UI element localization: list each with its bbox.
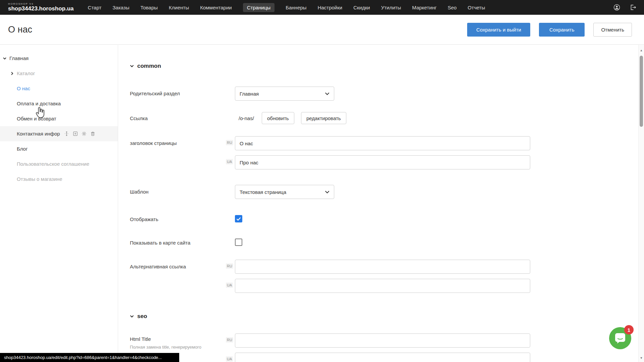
nav-settings[interactable]: Настройки [317,3,342,12]
check-icon [236,217,241,221]
display-checkbox[interactable] [235,215,242,222]
tree-item-label: О нас [17,86,30,91]
sitemap-checkbox[interactable] [235,239,242,246]
section-title: seo [137,313,147,320]
chevron-down-icon [3,56,7,60]
html-title-label: Html Title [130,336,151,342]
section-common[interactable]: common [130,63,161,69]
page-edit-form: common Родительский раздел Главная Ссылк… [118,45,638,362]
page-header: О нас Сохранить и выйти Сохранить Отмени… [0,15,644,45]
tree-item-label: Обмен и возврат [17,116,56,121]
nav-marketing[interactable]: Маркетинг [412,3,437,12]
section-title: common [137,63,161,69]
nav-products[interactable]: Товары [140,3,158,12]
lang-badge-ua: UA [226,159,233,164]
lang-badge-ru: RU [226,140,233,145]
logo-domain: shop34423.horoshop.ua [8,6,74,12]
nav-utilities[interactable]: Утилиты [381,3,401,12]
tree-item-label: Каталог [17,70,35,76]
link-edit-button[interactable]: редактировать [301,112,346,124]
tree-item-o-nas[interactable]: О нас [0,81,118,96]
nav-reports[interactable]: Отчеты [468,3,485,12]
page-heading-ru-input[interactable] [235,136,530,150]
display-label: Отображать [130,216,158,222]
pages-tree-sidebar: Главная Каталог О нас Оплата и доставка … [0,45,118,362]
topbar-actions [613,4,637,11]
status-bar-url: shop34423.horoshop.ua/edit/edit.php?id=6… [0,353,179,362]
html-title-ru-input[interactable] [235,333,530,348]
tree-item-katalog[interactable]: Каталог [0,66,118,81]
save-button[interactable]: Сохранить [539,23,585,37]
delete-trash-icon[interactable] [90,131,96,137]
top-navigation: Старт Заказы Товары Клиенты Комментарии … [88,3,485,12]
link-label: Ссылка [130,115,148,121]
tree-item-kontaktnaya[interactable]: Контактная инфор [0,126,118,141]
chevron-down-icon [130,65,134,67]
link-update-button[interactable]: обновить [262,112,294,124]
template-select[interactable]: Текстовая страница [235,185,334,199]
lang-badge-ru: RU [226,337,233,343]
move-icon[interactable] [64,131,69,137]
link-path-value: /o-nas/ [239,115,254,121]
tree-item-label: Отзывы о магазине [17,176,62,182]
settings-gear-icon[interactable] [81,131,87,137]
tree-item-actions [64,131,96,137]
scrollbar-up-arrow[interactable]: ▲ [639,48,644,53]
template-label: Шаблон [130,189,149,195]
lang-badge-ru: RU [226,263,233,269]
nav-clients[interactable]: Клиенты [169,3,189,12]
alt-link-ru-input[interactable] [235,260,530,274]
tree-item-soglashenie[interactable]: Пользовательское соглашение [0,156,118,171]
chevron-down-icon [325,92,330,95]
save-and-exit-button[interactable]: Сохранить и выйти [467,23,530,37]
lang-badge-ua: UA [226,282,233,288]
logout-icon[interactable] [629,4,637,11]
tree-item-blog[interactable]: Блог [0,141,118,156]
nav-pages[interactable]: Страницы [243,3,275,12]
tree-item-label: Пользовательское соглашение [17,161,89,167]
section-seo[interactable]: seo [130,313,147,320]
tree-item-obmen[interactable]: Обмен и возврат [0,111,118,126]
chat-unread-badge: 1 [624,325,634,334]
parent-section-label: Родительский раздел [130,91,180,96]
scrollbar-down-arrow[interactable]: ▼ [639,355,644,361]
tree-item-glavnaya[interactable]: Главная [0,51,118,66]
chevron-right-icon [10,71,14,75]
page-title: О нас [8,24,32,35]
parent-section-select[interactable]: Главная [235,87,334,101]
scrollbar: ▲ ▼ [638,45,644,362]
template-value: Текстовая страница [240,189,286,195]
page-heading-label: заголовок страницы [130,140,177,146]
html-title-hint: Полная замена title, генерируемого [130,345,202,350]
nav-comments[interactable]: Комментарии [200,3,232,12]
topbar: HOROSHOP V4 shop34423.horoshop.ua Старт … [0,0,644,15]
tree-item-label: Контактная инфор [17,131,60,137]
cancel-button[interactable]: Отменить [593,23,632,37]
tree-item-otzyvy[interactable]: Отзывы о магазине [0,171,118,187]
header-buttons: Сохранить и выйти Сохранить Отменить [467,23,632,37]
alt-link-ua-input[interactable] [235,279,530,293]
tree-item-label: Главная [9,55,29,61]
chat-bubble-icon [614,332,626,344]
tree-item-label: Блог [17,146,28,152]
nav-orders[interactable]: Заказы [112,3,129,12]
chevron-down-icon [325,191,330,194]
parent-section-value: Главная [240,91,259,97]
chat-widget-button[interactable]: 1 [609,327,631,349]
nav-discounts[interactable]: Скидки [353,3,370,12]
nav-seo[interactable]: Seo [448,3,457,12]
scrollbar-thumb[interactable] [640,56,643,127]
nav-banners[interactable]: Баннеры [286,3,306,12]
add-page-icon[interactable] [72,131,78,137]
account-icon[interactable] [613,4,621,11]
lang-badge-ua: UA [226,356,233,362]
tree-item-oplata[interactable]: Оплата и доставка [0,96,118,111]
alt-link-label: Альтернативная ссылка [130,264,186,269]
tree-item-label: Оплата и доставка [17,101,61,106]
html-title-ua-input[interactable] [235,353,530,362]
logo[interactable]: HOROSHOP V4 shop34423.horoshop.ua [8,3,74,12]
page-heading-ua-input[interactable] [235,155,530,169]
chevron-down-icon [130,315,134,318]
nav-start[interactable]: Старт [88,3,102,12]
sitemap-label: Показывать в карте сайта [130,240,190,246]
